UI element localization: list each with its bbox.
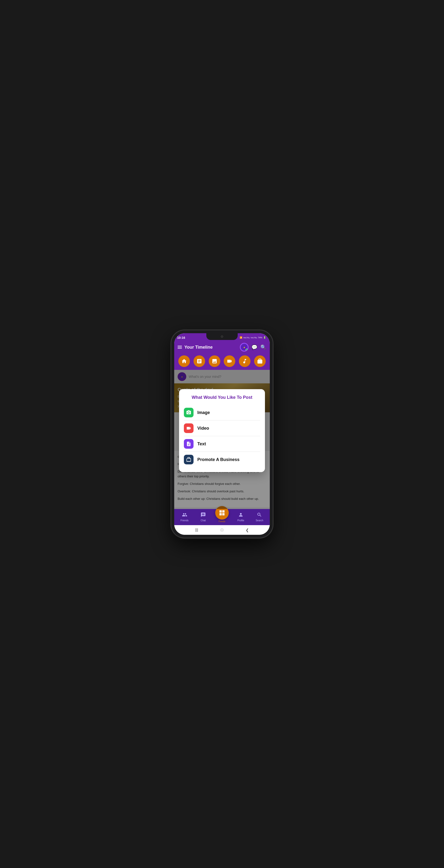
wifi-icon: 📶 [240,336,242,339]
chat-label: Chat [201,519,206,522]
text-icon-wrap [184,439,194,449]
lte1-indicator: VoLTE₁ [243,337,249,339]
battery-indicator: 74% [258,336,262,339]
profile-label: Profile [237,519,244,522]
nav-briefcase-circle[interactable] [254,355,266,367]
back-button[interactable]: ❮ [246,528,249,532]
image-label: Image [197,410,210,415]
notch [206,333,238,340]
modal-title: What Would You Like To Post [184,395,260,400]
text-label: Text [197,441,206,446]
search-header-icon[interactable]: 🔍 [260,344,266,350]
text-doc-icon [186,441,191,446]
friends-label: Friends [180,519,188,522]
video-cam-icon [186,426,191,431]
friends-icon [182,512,187,519]
nav-photo-circle[interactable] [209,355,220,367]
app-header: Your Timeline ✦ 💬 🔍 [174,341,270,354]
nav-item-friends[interactable]: Friends [178,512,191,522]
briefcase-icon [186,457,191,462]
phone-screen: 10:16 📶 VoLTE₁ VoLTE₂ 74% 🔋 Your Timelin… [174,333,270,535]
image-icon-wrap [184,408,194,417]
content-area: ✦ What's on your mind? Quote of the day!… [174,370,270,509]
notification-icon[interactable]: 💬 [251,344,258,350]
modal-item-video[interactable]: Video [184,421,260,436]
chat-icon [201,512,206,519]
nav-news-circle[interactable] [194,355,205,367]
feeds-grid-icon [218,509,226,516]
home-button[interactable]: □ [221,528,223,532]
svg-text:✦: ✦ [243,346,245,349]
business-label: Promote A Business [197,457,240,462]
recent-apps-button[interactable]: ||| [195,528,198,532]
nav-item-profile[interactable]: Profile [234,512,247,522]
feeds-label: Feeds [218,520,226,523]
modal-overlay[interactable]: What Would You Like To Post Image [174,370,270,509]
nav-item-chat[interactable]: Chat [197,512,210,522]
status-icons: 📶 VoLTE₁ VoLTE₂ 74% 🔋 [240,336,266,339]
bottom-nav: Friends Chat Feeds [174,509,270,525]
header-avatar[interactable]: ✦ [240,343,248,351]
nav-home-circle[interactable] [178,355,190,367]
nav-music-circle[interactable] [239,355,250,367]
phone-frame: 10:16 📶 VoLTE₁ VoLTE₂ 74% 🔋 Your Timelin… [171,330,273,538]
business-icon-wrap [184,455,194,464]
modal-item-image[interactable]: Image [184,405,260,421]
nav-video-circle[interactable] [224,355,235,367]
search-label: Search [256,519,263,522]
header-right: ✦ 💬 🔍 [240,343,266,351]
modal-item-text[interactable]: Text [184,436,260,452]
camera-icon [186,410,191,415]
modal-item-business[interactable]: Promote A Business [184,452,260,467]
hamburger-menu[interactable] [178,346,182,349]
battery-icon: 🔋 [263,336,266,339]
nav-item-feeds[interactable]: Feeds [215,511,229,523]
system-nav: ||| □ ❮ [174,525,270,535]
status-time: 10:16 [177,336,185,340]
search-nav-icon [257,512,262,519]
header-left: Your Timeline [178,345,213,350]
profile-icon [238,512,243,519]
camera-dot [221,335,223,338]
nav-icons-row [174,354,270,370]
post-type-modal: What Would You Like To Post Image [179,389,265,472]
lte2-indicator: VoLTE₂ [251,337,257,339]
online-indicator [246,349,248,351]
video-icon-wrap [184,424,194,433]
header-title: Your Timeline [184,345,213,350]
video-label: Video [197,426,209,431]
nav-item-search[interactable]: Search [253,512,266,522]
